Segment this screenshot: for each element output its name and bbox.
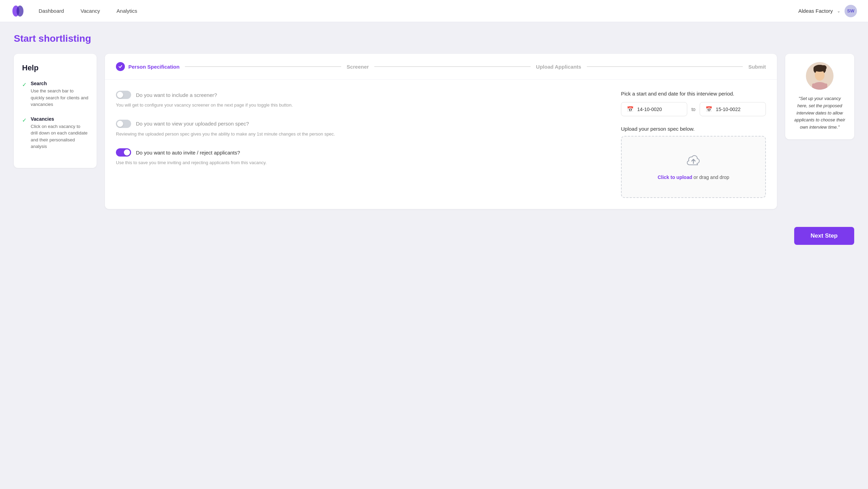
- stepper: Person Specification Screener Upload App…: [105, 54, 777, 80]
- app-logo[interactable]: [11, 4, 25, 18]
- form-area: Do you want to include a screener? You w…: [105, 80, 777, 209]
- calendar-icon-start: 📅: [627, 106, 634, 112]
- testimonial-avatar: [806, 62, 834, 90]
- page-title: Start shortlisting: [14, 33, 854, 44]
- view-spec-toggle-label: Do you want to view your uploaded person…: [136, 121, 249, 127]
- screener-toggle-desc: You will get to configure your vacancy s…: [116, 102, 604, 109]
- main-layout: Help ✓ Search Use the search bar to quic…: [14, 54, 854, 209]
- company-name: Aldeas Factory: [798, 8, 833, 14]
- svg-rect-9: [812, 83, 827, 90]
- calendar-icon-end: 📅: [706, 106, 712, 112]
- testimonial-panel: "Set up your vacancy here, set the propo…: [785, 54, 854, 139]
- help-vacancies-text: Click on each vacancy to drill down on e…: [31, 123, 88, 150]
- upload-title: Upload your person spec below.: [621, 126, 766, 132]
- view-spec-toggle[interactable]: [116, 120, 131, 128]
- svg-point-1: [17, 6, 23, 17]
- auto-invite-toggle-label: Do you want to auto invite / reject appl…: [136, 150, 240, 156]
- help-item-search: ✓ Search Use the search bar to quickly s…: [22, 81, 88, 108]
- navbar: Dashboard Vacancy Analytics Aldeas Facto…: [0, 0, 868, 22]
- form-right: Pick a start and end date for this inter…: [621, 91, 766, 198]
- auto-invite-toggle-desc: Use this to save you time inviting and r…: [116, 159, 604, 166]
- main-card: Person Specification Screener Upload App…: [105, 54, 777, 209]
- upload-zone[interactable]: Click to upload or drag and drop: [621, 136, 766, 198]
- step-check-icon: [116, 62, 125, 71]
- step-screener[interactable]: Screener: [347, 64, 369, 70]
- step-person-spec[interactable]: Person Specification: [116, 62, 179, 71]
- form-left: Do you want to include a screener? You w…: [116, 91, 604, 198]
- help-panel: Help ✓ Search Use the search bar to quic…: [14, 54, 97, 168]
- toggle-row-view-spec: Do you want to view your uploaded person…: [116, 120, 604, 138]
- start-date-value: 14-10-0020: [637, 107, 662, 112]
- help-title: Help: [22, 63, 88, 72]
- toggle-row-screener: Do you want to include a screener? You w…: [116, 91, 604, 109]
- avatar[interactable]: SW: [845, 5, 857, 17]
- nav-link-vacancy[interactable]: Vacancy: [80, 8, 100, 14]
- testimonial-text: "Set up your vacancy here, set the propo…: [793, 95, 846, 131]
- help-vacancies-title: Vacancies: [31, 116, 88, 122]
- upload-cloud-icon: [685, 154, 702, 169]
- nav-link-analytics[interactable]: Analytics: [117, 8, 137, 14]
- view-spec-toggle-desc: Reviewing the uploaded person spec gives…: [116, 131, 604, 138]
- auto-invite-toggle[interactable]: [116, 148, 131, 157]
- step-label-upload-applicants: Upload Applicants: [536, 64, 581, 70]
- help-search-title: Search: [31, 81, 88, 86]
- nav-links: Dashboard Vacancy Analytics: [39, 8, 798, 14]
- step-upload-applicants[interactable]: Upload Applicants: [536, 64, 581, 70]
- step-label-submit: Submit: [748, 64, 766, 70]
- date-row: 📅 14-10-0020 to 📅 15-10-0022: [621, 102, 766, 116]
- end-date-value: 15-10-0022: [716, 107, 741, 112]
- step-divider-3: [587, 66, 743, 67]
- step-submit[interactable]: Submit: [748, 64, 766, 70]
- page-footer: Next Step: [0, 220, 868, 256]
- step-divider-2: [374, 66, 530, 67]
- to-label: to: [691, 107, 696, 112]
- screener-toggle[interactable]: [116, 91, 131, 99]
- end-date-input[interactable]: 📅 15-10-0022: [700, 102, 766, 116]
- page-content: Start shortlisting Help ✓ Search Use the…: [0, 22, 868, 220]
- screener-toggle-label: Do you want to include a screener?: [136, 92, 217, 98]
- next-step-button[interactable]: Next Step: [794, 227, 854, 245]
- help-item-vacancies: ✓ Vacancies Click on each vacancy to dri…: [22, 116, 88, 150]
- start-date-input[interactable]: 📅 14-10-0020: [621, 102, 687, 116]
- step-label-screener: Screener: [347, 64, 369, 70]
- date-section-title: Pick a start and end date for this inter…: [621, 91, 766, 97]
- nav-link-dashboard[interactable]: Dashboard: [39, 8, 64, 14]
- help-search-text: Use the search bar to quickly search for…: [31, 88, 88, 108]
- check-icon-search: ✓: [22, 81, 27, 88]
- chevron-down-icon[interactable]: ⌄: [837, 9, 840, 13]
- svg-point-2: [118, 64, 123, 69]
- check-icon-vacancies: ✓: [22, 117, 27, 123]
- step-divider-1: [185, 66, 341, 67]
- nav-right: Aldeas Factory ⌄ SW: [798, 5, 857, 17]
- toggle-row-auto-invite: Do you want to auto invite / reject appl…: [116, 148, 604, 166]
- svg-point-7: [821, 65, 827, 70]
- step-label-person-spec: Person Specification: [128, 64, 179, 70]
- upload-cta-text: Click to upload or drag and drop: [658, 174, 729, 180]
